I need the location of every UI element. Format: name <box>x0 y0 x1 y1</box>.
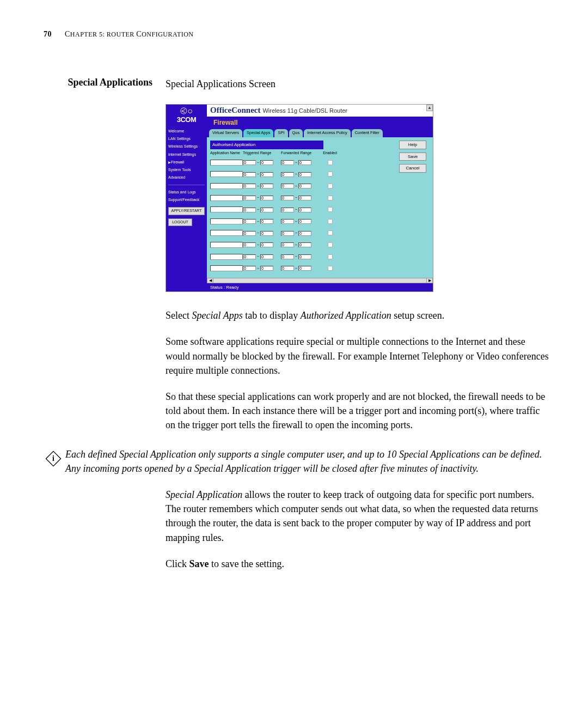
trigger-to-input[interactable] <box>260 254 273 259</box>
trigger-to-input[interactable] <box>260 266 273 271</box>
horizontal-scrollbar[interactable]: ◀ ▶ <box>207 278 433 283</box>
table-row: ~~ <box>210 180 430 192</box>
enabled-checkbox[interactable] <box>328 266 333 271</box>
help-button[interactable]: Help <box>399 141 426 149</box>
forward-to-input[interactable] <box>298 196 311 200</box>
tab-internet-access-policy[interactable]: Internet Access Policy <box>304 129 350 137</box>
forward-to-input[interactable] <box>298 231 311 236</box>
trigger-from-input[interactable] <box>243 184 256 188</box>
sidebar-item-system-tools[interactable]: System Tools <box>166 166 207 174</box>
table-row: ~~ <box>210 192 430 204</box>
forward-to-input[interactable] <box>298 242 311 247</box>
sidebar-item-welcome[interactable]: Welcome <box>166 127 207 135</box>
table-row: ~~ <box>210 216 430 228</box>
sidebar-item-firewall[interactable]: Firewall <box>166 159 207 166</box>
forward-to-input[interactable] <box>298 254 311 259</box>
trigger-to-input[interactable] <box>260 184 273 188</box>
enabled-checkbox[interactable] <box>328 207 333 212</box>
forward-to-input[interactable] <box>298 184 311 188</box>
trigger-to-input[interactable] <box>260 172 273 177</box>
document-page: 70 CHAPTER 5: ROUTER CONFIGURATION Speci… <box>0 0 588 626</box>
screenshot-sidebar: ⧀○ 3COM Welcome LAN Settings Wireless Se… <box>166 105 207 291</box>
trigger-to-input[interactable] <box>260 242 273 247</box>
app-name-input[interactable] <box>210 218 243 224</box>
sidebar-divider <box>168 185 205 185</box>
logout-button[interactable]: LOGOUT <box>168 218 192 226</box>
forward-from-input[interactable] <box>281 160 294 165</box>
screenshot-main: ▲ OfficeConnect Wireless 11g Cable/DSL R… <box>207 105 433 291</box>
sidebar-item-wireless-settings[interactable]: Wireless Settings <box>166 143 207 150</box>
forward-from-input[interactable] <box>281 231 294 236</box>
app-name-input[interactable] <box>210 195 243 201</box>
app-name-input[interactable] <box>210 265 243 271</box>
panel-title: Authorised Application <box>210 141 323 149</box>
trigger-to-input[interactable] <box>260 219 273 224</box>
page-number: 70 <box>44 30 52 38</box>
trigger-from-input[interactable] <box>243 231 256 236</box>
sidebar-item-advanced[interactable]: Advanced <box>166 174 207 181</box>
trigger-to-input[interactable] <box>260 231 273 236</box>
trigger-to-input[interactable] <box>260 208 273 212</box>
brand-name: OfficeConnect <box>210 105 260 117</box>
app-name-input[interactable] <box>210 160 243 166</box>
enabled-checkbox[interactable] <box>328 160 333 165</box>
forward-from-input[interactable] <box>281 254 294 259</box>
forward-from-input[interactable] <box>281 219 294 224</box>
trigger-from-input[interactable] <box>243 254 256 259</box>
trigger-from-input[interactable] <box>243 242 256 247</box>
enabled-checkbox[interactable] <box>328 254 333 259</box>
enabled-checkbox[interactable] <box>328 196 333 200</box>
trigger-from-input[interactable] <box>243 219 256 224</box>
tab-content-filter[interactable]: Content Filter <box>352 129 383 137</box>
tabs-row: Virtual Servers Special Apps SPI Qos Int… <box>207 129 433 137</box>
scroll-track[interactable] <box>213 278 426 283</box>
tab-special-apps[interactable]: Special Apps <box>243 129 273 137</box>
col-enabled: Enabled <box>319 150 341 156</box>
enabled-checkbox[interactable] <box>328 184 333 188</box>
tab-spi[interactable]: SPI <box>274 129 287 137</box>
forward-to-input[interactable] <box>298 219 311 224</box>
trigger-to-input[interactable] <box>260 160 273 165</box>
trigger-from-input[interactable] <box>243 172 256 177</box>
enabled-checkbox[interactable] <box>328 242 333 247</box>
sidebar-item-internet-settings[interactable]: Internet Settings <box>166 151 207 159</box>
enabled-checkbox[interactable] <box>328 219 333 224</box>
cancel-button[interactable]: Cancel <box>399 164 426 173</box>
enabled-checkbox[interactable] <box>328 230 333 235</box>
forward-from-input[interactable] <box>281 184 294 188</box>
trigger-from-input[interactable] <box>243 196 256 200</box>
scroll-left-icon[interactable]: ◀ <box>207 278 213 283</box>
section-title: Special Applications <box>44 77 152 88</box>
forward-from-input[interactable] <box>281 266 294 271</box>
sidebar-item-support-feedback[interactable]: Support/Feedback <box>166 196 207 204</box>
trigger-from-input[interactable] <box>243 208 256 212</box>
forward-to-input[interactable] <box>298 172 311 177</box>
app-name-input[interactable] <box>210 183 243 189</box>
scroll-up-icon[interactable]: ▲ <box>426 105 433 111</box>
tab-virtual-servers[interactable]: Virtual Servers <box>209 129 242 137</box>
app-name-input[interactable] <box>210 254 243 260</box>
sidebar-item-status-logs[interactable]: Status and Logs <box>166 188 207 196</box>
forward-from-input[interactable] <box>281 172 294 177</box>
forward-from-input[interactable] <box>281 208 294 212</box>
app-name-input[interactable] <box>210 171 243 177</box>
app-name-input[interactable] <box>210 230 243 236</box>
forward-from-input[interactable] <box>281 196 294 200</box>
save-button[interactable]: Save <box>399 153 426 161</box>
forward-to-input[interactable] <box>298 160 311 165</box>
page-header: 70 CHAPTER 5: ROUTER CONFIGURATION <box>44 30 550 39</box>
enabled-checkbox[interactable] <box>328 172 333 176</box>
trigger-from-input[interactable] <box>243 160 256 165</box>
forward-to-input[interactable] <box>298 266 311 271</box>
trigger-to-input[interactable] <box>260 196 273 200</box>
app-name-input[interactable] <box>210 242 243 248</box>
forward-from-input[interactable] <box>281 242 294 247</box>
sidebar-item-lan-settings[interactable]: LAN Settings <box>166 135 207 143</box>
apply-restart-button[interactable]: APPLY/RESTART <box>168 207 205 215</box>
forward-to-input[interactable] <box>298 208 311 212</box>
trigger-from-input[interactable] <box>243 266 256 271</box>
table-row: ~~ <box>210 204 430 216</box>
scroll-right-icon[interactable]: ▶ <box>426 278 433 283</box>
app-name-input[interactable] <box>210 206 243 212</box>
tab-qos[interactable]: Qos <box>289 129 303 137</box>
